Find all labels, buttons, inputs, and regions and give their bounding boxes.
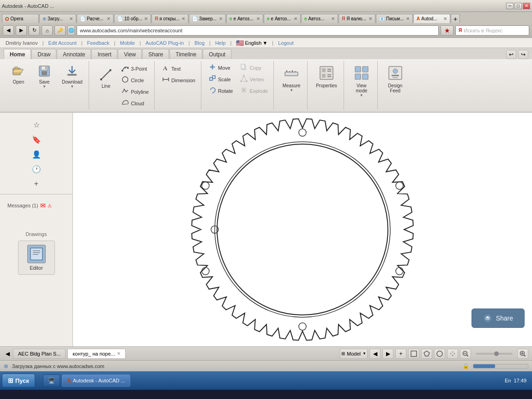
bottom-tab-1[interactable]: AEC Bldg Plan S...: [13, 349, 66, 359]
taskbar-autocad-item[interactable]: A Autodesk - AutoCAD ...: [62, 375, 130, 387]
ribbon-tab-output[interactable]: Output: [203, 49, 231, 59]
tab-5[interactable]: 📄 Замер... ✕: [189, 14, 226, 23]
help-link[interactable]: Help: [215, 40, 226, 46]
tab-2[interactable]: 📄 Расче... ✕: [77, 14, 114, 23]
share-button[interactable]: Share: [472, 308, 525, 328]
ribbon-tab-view[interactable]: View: [118, 49, 142, 59]
tab-close-icon[interactable]: ✕: [144, 16, 148, 21]
redo-button[interactable]: ↪: [518, 50, 528, 59]
tab-autocad[interactable]: A Autod... ✕: [413, 14, 450, 23]
rotate-button[interactable]: Rotate: [207, 86, 235, 96]
sidebar-icon-history[interactable]: 🕐: [30, 163, 43, 175]
back-button[interactable]: ◀: [3, 25, 14, 36]
zoom-slider[interactable]: [476, 353, 513, 355]
tab-3[interactable]: 📄 10 обр... ✕: [114, 14, 151, 23]
plugin-link[interactable]: AutoCAD Plug-in: [145, 40, 184, 46]
tab-6[interactable]: e e Автоз... ✕: [226, 14, 263, 23]
zoom-in-button[interactable]: [517, 349, 528, 359]
pan-button[interactable]: [447, 349, 458, 359]
model-button[interactable]: ⊞ Model ▼: [340, 349, 368, 359]
add-layout-button[interactable]: +: [395, 349, 406, 359]
tab-10[interactable]: 📧 Письм... ✕: [376, 14, 413, 23]
tab-close-icon[interactable]: ✕: [256, 16, 260, 21]
maximize-button[interactable]: □: [514, 3, 522, 9]
zoom-out-button[interactable]: [460, 349, 471, 359]
new-tab-button[interactable]: +: [451, 14, 460, 23]
start-button[interactable]: ⊞ Пуск: [2, 374, 35, 387]
design-feed-button[interactable]: DesignFeed: [383, 63, 407, 94]
edit-account-link[interactable]: Edit Account: [48, 40, 77, 46]
tab-7[interactable]: e e Автоз... ✕: [264, 14, 301, 23]
language-selector[interactable]: 🇺🇸 English ▼: [236, 39, 267, 47]
blog-link[interactable]: Blog: [194, 40, 205, 46]
cloud-button[interactable]: Cloud: [120, 98, 151, 108]
circle-button[interactable]: Circle: [120, 75, 151, 85]
tab-close-icon[interactable]: ✕: [107, 16, 110, 21]
viewport-polygon-button[interactable]: [421, 349, 432, 359]
sidebar-icon-bookmark[interactable]: 🔖: [30, 133, 43, 146]
bottom-tab-2[interactable]: контур_ на поре... ✕: [67, 349, 126, 359]
ribbon-tab-insert[interactable]: Insert: [91, 49, 117, 59]
tab-4[interactable]: Я я откры... ✕: [151, 14, 188, 23]
ribbon-tab-annotate[interactable]: Annotate: [57, 49, 91, 59]
dimension-button[interactable]: Dimension: [160, 75, 197, 85]
bottom-prev-button[interactable]: ◀: [4, 350, 11, 357]
tab-close-icon[interactable]: ✕: [443, 16, 447, 21]
minimize-button[interactable]: ─: [506, 3, 514, 9]
editor-button[interactable]: Editor: [18, 241, 55, 275]
forward-button[interactable]: ▶: [16, 25, 27, 36]
tab-close-icon[interactable]: ✕: [369, 16, 372, 21]
measure-button[interactable]: Measure ▼: [279, 63, 303, 93]
url-input[interactable]: www.autocadws.com/main/webcreateaccount: [77, 25, 439, 36]
ribbon-tab-home[interactable]: Home: [4, 49, 31, 59]
mobile-link[interactable]: Mobile: [120, 40, 135, 46]
tab-close-icon[interactable]: ✕: [181, 16, 185, 21]
layout-prev-button[interactable]: ◀: [369, 349, 381, 359]
ribbon-tab-share[interactable]: Share: [142, 49, 169, 59]
tab-close-icon[interactable]: ✕: [331, 16, 335, 21]
explode-button[interactable]: Explode: [238, 86, 270, 96]
save-button[interactable]: Save ▼: [33, 63, 55, 90]
tab-9[interactable]: Я Я валю... ✕: [339, 14, 375, 23]
open-button[interactable]: Open: [7, 63, 30, 85]
taskbar-icon-1[interactable]: 🖥️: [43, 375, 60, 387]
search-input[interactable]: Я Искать в Яндекс: [455, 25, 529, 36]
copy-button[interactable]: Copy: [238, 63, 270, 73]
text-button[interactable]: A Text: [160, 64, 197, 73]
zoom-thumb[interactable]: [494, 351, 499, 356]
ribbon-tab-draw[interactable]: Draw: [31, 49, 56, 59]
polyline-button[interactable]: Polyline: [120, 87, 151, 97]
bottom-tab-close-icon[interactable]: ✕: [117, 351, 121, 356]
ribbon-tab-timeline[interactable]: Timeline: [169, 49, 202, 59]
move-button[interactable]: Move: [207, 63, 235, 73]
tab-close-icon[interactable]: ✕: [69, 16, 73, 21]
tab-8[interactable]: e Автоз... ✕: [301, 14, 338, 23]
viewport-circle-button[interactable]: [434, 349, 445, 359]
tab-close-icon[interactable]: ✕: [219, 16, 223, 21]
tab-opera[interactable]: O Opera: [2, 14, 39, 23]
vertex-button[interactable]: Vertex: [238, 74, 270, 84]
sidebar-icon-star[interactable]: ☆: [30, 118, 43, 131]
tab-close-icon[interactable]: ✕: [294, 16, 297, 21]
download-button[interactable]: Download ▼: [59, 63, 85, 90]
feedback-link[interactable]: Feedback: [87, 40, 109, 46]
scale-button[interactable]: Scale: [207, 74, 235, 84]
tab-close-icon[interactable]: ✕: [406, 16, 410, 21]
close-button[interactable]: ✕: [523, 3, 530, 9]
layout-next-button[interactable]: ▶: [382, 349, 393, 359]
three-point-button[interactable]: 3-Point: [120, 64, 151, 73]
home-button[interactable]: ⌂: [42, 25, 53, 36]
logout-link[interactable]: Logout: [278, 40, 294, 46]
properties-button[interactable]: Properties: [313, 63, 340, 89]
drawing-area[interactable]: ☞ Share: [73, 113, 532, 346]
undo-button[interactable]: ↩: [506, 50, 516, 59]
sidebar-icon-user[interactable]: 👤: [30, 148, 43, 161]
refresh-button[interactable]: ↻: [29, 25, 40, 36]
tab-1[interactable]: ⊕ Загру... ✕: [39, 14, 76, 23]
bookmark-button[interactable]: ★: [441, 25, 453, 36]
messages-badge[interactable]: Messages (1) ✉ ⚠: [4, 200, 69, 211]
line-button[interactable]: Line: [95, 63, 117, 90]
key-icon[interactable]: 🔑: [54, 25, 66, 36]
viewport-rect-button[interactable]: [408, 349, 419, 359]
view-mode-button[interactable]: Viewmode ▼: [350, 63, 374, 98]
